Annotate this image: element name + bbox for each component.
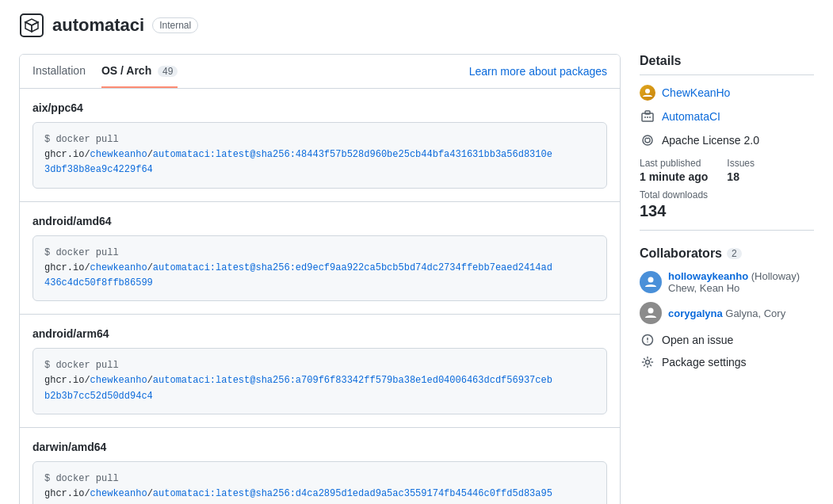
detail-org-row: AutomataCI (640, 109, 814, 124)
last-published-value: 1 minute ago (640, 170, 708, 183)
tab-os-arch[interactable]: OS / Arch 49 (101, 55, 178, 88)
arch-sections-container: aix/ppc64 $ docker pull ghcr.io/chewkean… (20, 89, 620, 504)
package-settings-icon (640, 354, 655, 370)
issues-value: 18 (727, 170, 755, 183)
issues-block: Issues 18 (727, 158, 755, 183)
code-link-user[interactable]: chewkeanho (90, 375, 147, 386)
svg-point-12 (647, 342, 648, 343)
license-text: Apache License 2.0 (662, 134, 759, 147)
total-downloads-section: Total downloads 134 (640, 189, 814, 231)
svg-point-9 (648, 308, 654, 314)
open-issue-label: Open an issue (662, 334, 733, 346)
svg-point-8 (648, 277, 654, 283)
arch-label: android/amd64 (32, 215, 607, 227)
internal-badge: Internal (152, 17, 198, 33)
collaborator-row: corygalyna Galyna, Cory (640, 302, 814, 324)
package-settings-row[interactable]: Package settings (640, 354, 814, 370)
collaborator-username[interactable]: hollowaykeanho (668, 270, 748, 282)
code-link-user[interactable]: chewkeanho (90, 488, 147, 499)
svg-rect-3 (645, 111, 650, 114)
stats-row: Last published 1 minute ago Issues 18 (640, 158, 814, 183)
cmd-prefix: $ docker pull (44, 473, 119, 484)
arch-section-android-amd64: android/amd64 $ docker pull ghcr.io/chew… (20, 202, 620, 315)
collaborator-avatar (640, 271, 662, 293)
details-section: Details ChewKeanHo (640, 54, 814, 231)
code-block: $ docker pull ghcr.io/chewkeanho/automat… (32, 461, 607, 504)
tabs-bar: Installation OS / Arch 49 Learn more abo… (20, 55, 620, 89)
collaborator-avatar (640, 302, 662, 324)
issues-label: Issues (727, 158, 755, 169)
org-name[interactable]: AutomataCI (662, 110, 720, 123)
last-published-block: Last published 1 minute ago (640, 158, 708, 183)
app-title: automataci (52, 15, 144, 36)
learn-more-link[interactable]: Learn more about packages (469, 65, 607, 78)
app-logo-icon (19, 13, 44, 38)
total-downloads-value: 134 (640, 202, 814, 220)
org-icon (640, 109, 655, 124)
arch-section-android-arm64: android/arm64 $ docker pull ghcr.io/chew… (20, 315, 620, 428)
owner-avatar (640, 85, 655, 101)
arch-section-aix-ppc64: aix/ppc64 $ docker pull ghcr.io/chewkean… (20, 89, 620, 202)
arch-label: darwin/amd64 (32, 441, 607, 453)
owner-name[interactable]: ChewKeanHo (662, 86, 730, 99)
app-header: automataci Internal (19, 13, 814, 38)
open-issue-icon (640, 332, 655, 348)
detail-license-row: Apache License 2.0 (640, 132, 814, 148)
collaborators-section: Collaborators 2 hollowaykeanho (Holloway… (640, 246, 814, 370)
content-area: Installation OS / Arch 49 Learn more abo… (19, 54, 621, 504)
collaborators-badge: 2 (727, 248, 742, 259)
cmd-prefix: $ docker pull (44, 134, 119, 145)
tab-installation[interactable]: Installation (32, 55, 86, 88)
total-downloads-label: Total downloads (640, 189, 814, 200)
arch-label: android/arm64 (32, 327, 607, 340)
cmd-prefix: $ docker pull (44, 247, 119, 258)
arch-label: aix/ppc64 (32, 101, 607, 114)
code-link-user[interactable]: chewkeanho (90, 262, 147, 273)
collaborators-title: Collaborators 2 (640, 246, 814, 261)
code-link-image[interactable]: automataci:latest@sha256:d4ca2895d1edad9… (153, 488, 552, 499)
detail-owner-row: ChewKeanHo (640, 85, 814, 101)
last-published-label: Last published (640, 158, 708, 169)
collaborator-row: hollowaykeanho (Holloway) Chew, Kean Ho (640, 270, 814, 294)
arch-section-darwin-amd64: darwin/amd64 $ docker pull ghcr.io/chewk… (20, 428, 620, 504)
collaborator-fullname: Galyna, Cory (725, 307, 785, 319)
svg-point-1 (645, 89, 650, 94)
sidebar: Details ChewKeanHo (640, 54, 814, 504)
svg-point-13 (646, 361, 650, 365)
code-block: $ docker pull ghcr.io/chewkeanho/automat… (32, 235, 607, 302)
code-link-user[interactable]: chewkeanho (90, 149, 147, 160)
license-icon (640, 132, 655, 148)
svg-point-7 (643, 136, 652, 145)
details-title: Details (640, 54, 814, 75)
open-issue-row[interactable]: Open an issue (640, 332, 814, 348)
collaborator-username[interactable]: corygalyna (668, 307, 723, 319)
cmd-prefix: $ docker pull (44, 360, 119, 371)
package-settings-label: Package settings (662, 356, 747, 368)
code-block: $ docker pull ghcr.io/chewkeanho/automat… (32, 122, 607, 189)
code-block: $ docker pull ghcr.io/chewkeanho/automat… (32, 348, 607, 414)
tab-os-arch-badge: 49 (158, 66, 178, 77)
